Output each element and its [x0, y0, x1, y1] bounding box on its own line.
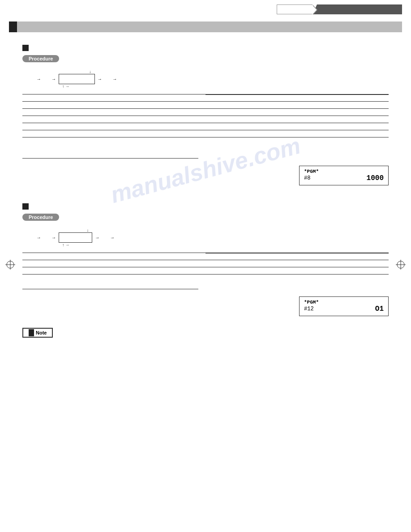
pgm-display-1: *PGM* #8 1000	[299, 166, 389, 185]
note-black-block	[29, 329, 34, 336]
progress-white	[277, 4, 313, 14]
section-header-black-block	[9, 21, 17, 32]
flow-step3	[103, 77, 111, 82]
section-header	[9, 21, 402, 32]
table-1-cell-left-7	[22, 137, 206, 145]
table-1-cell-left-5	[22, 123, 206, 130]
flow-diagram-1: → → ↓ ↑ → → →	[27, 69, 389, 89]
table-1-row6	[22, 130, 389, 137]
pgm2-title: *PGM*	[304, 300, 319, 305]
flow-arrow4: →	[112, 77, 117, 82]
table-1-cell-right-3	[206, 109, 389, 116]
pgm-wrapper-1: *PGM* #8 1000	[22, 161, 389, 190]
table-1-cell-left-4	[22, 116, 206, 123]
flow-diagram-2: → → ↓ ↑ → → →	[27, 228, 389, 247]
flow-loop-2: ↓ ↑ →	[59, 228, 92, 247]
table-1-cell-right-4	[206, 116, 389, 123]
pgm2-line-2: #12 O1	[304, 305, 384, 313]
table-2-cell-right-4	[206, 275, 389, 282]
flow-arrow2: →	[51, 77, 56, 82]
note-label: Note	[36, 330, 47, 335]
flow2-step1	[27, 235, 35, 240]
table-2-cell-left-2	[22, 260, 206, 267]
table-2-cell-left-4	[22, 275, 206, 282]
main-content: Procedure → → ↓ ↑ → → →	[22, 36, 389, 338]
flow2-step2	[42, 235, 50, 240]
flow2-arrow2: →	[51, 235, 56, 240]
flow2-arrow1: →	[36, 235, 41, 240]
section2-underline	[22, 289, 198, 289]
procedure-badge-2: Procedure	[22, 214, 59, 221]
pgm-wrapper-2: *PGM* #12 O1	[22, 292, 389, 321]
table-1-cell-right-1	[206, 94, 389, 102]
loop-top-arrow-2: ↓	[87, 228, 93, 232]
section-1: Procedure → → ↓ ↑ → → →	[22, 45, 389, 190]
pgm2-line-1: *PGM*	[304, 300, 384, 305]
flow-arrow1: →	[36, 77, 41, 82]
note-container: Note	[22, 328, 389, 338]
flow2-step3	[100, 235, 109, 240]
table-1-cell-right-7	[206, 137, 389, 145]
progress-bar	[277, 4, 402, 14]
table-1-row4	[22, 116, 389, 123]
table-1-cell-left-2	[22, 102, 206, 109]
flow-step1	[27, 77, 35, 82]
table-2-cell-right-3	[206, 267, 389, 275]
pgm-display-2: *PGM* #12 O1	[299, 296, 389, 316]
table-1-cell-left-1	[22, 94, 206, 102]
loop-box-1	[59, 74, 95, 84]
pgm-title-1: *PGM*	[304, 169, 319, 174]
table-2-cell-right-2	[206, 260, 389, 267]
pgm-line-2: #8 1000	[304, 174, 384, 182]
table-1-cell-left-6	[22, 130, 206, 137]
reg-mark-right	[396, 260, 406, 270]
table-1-row2	[22, 102, 389, 109]
pgm2-value: O1	[375, 305, 384, 313]
flow-arrow3: →	[98, 77, 102, 82]
note-box: Note	[22, 328, 53, 338]
loop-bottom-arrow-2: ↑ →	[59, 243, 69, 247]
reg-mark-left	[5, 260, 15, 270]
table-2-cell-left-3	[22, 267, 206, 275]
table-2-row3	[22, 267, 389, 275]
table-2-row2	[22, 260, 389, 267]
section1-underline	[22, 158, 198, 159]
table-1-cell-right-6	[206, 130, 389, 137]
table-2-row4	[22, 275, 389, 282]
table-1-cell-left-3	[22, 109, 206, 116]
pgm2-hash: #12	[304, 306, 314, 312]
table-1-cell-right-2	[206, 102, 389, 109]
pgm-line-1: *PGM*	[304, 169, 384, 174]
flow2-arrow3: →	[95, 235, 99, 240]
flow2-arrow4: →	[110, 235, 115, 240]
loop-top-arrow-1: ↓	[89, 69, 95, 74]
table-1-row5	[22, 123, 389, 130]
section2-black-square	[22, 203, 29, 210]
table-1-row1	[22, 94, 389, 102]
pgm-hash-1: #8	[304, 175, 310, 181]
procedure-badge-1: Procedure	[22, 55, 59, 62]
table-1-row3	[22, 109, 389, 116]
loop-bottom-arrow-1: ↑ →	[59, 84, 69, 89]
table-2-cell-right-1	[206, 253, 389, 260]
table-2-cell-left-1	[22, 253, 206, 260]
table-2-row1	[22, 253, 389, 260]
flow-step2	[42, 77, 50, 82]
pgm-value-1: 1000	[367, 174, 384, 182]
flow-loop-1: ↓ ↑ →	[59, 69, 95, 89]
progress-gray	[313, 4, 402, 14]
loop-box-2	[59, 232, 92, 243]
table-1-row7	[22, 137, 389, 145]
section-2: Procedure → → ↓ ↑ → → →	[22, 203, 389, 338]
table-1-cell-right-5	[206, 123, 389, 130]
section1-black-square	[22, 45, 29, 51]
